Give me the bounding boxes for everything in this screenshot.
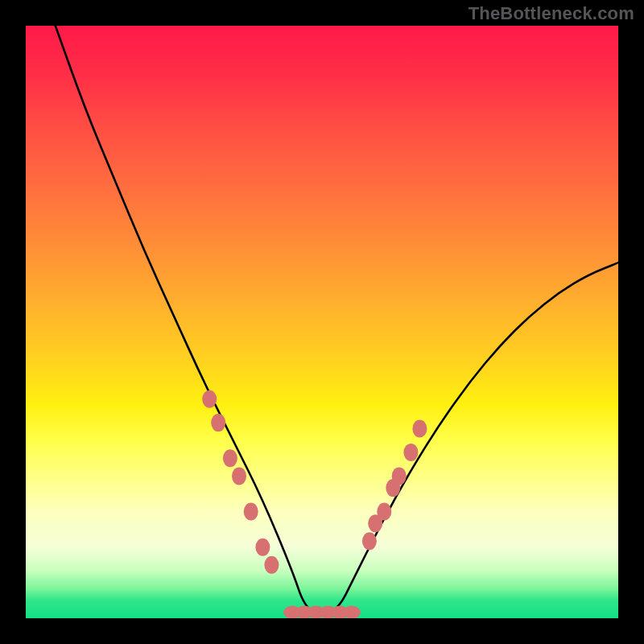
marker-dot xyxy=(343,606,361,618)
marker-dot xyxy=(255,539,270,556)
marker-dot xyxy=(264,556,279,574)
markers-bottom xyxy=(283,606,361,618)
marker-dot xyxy=(392,467,407,485)
bottleneck-curve xyxy=(56,26,618,615)
markers-right xyxy=(362,420,427,551)
watermark-text: TheBottleneck.com xyxy=(469,3,634,24)
chart-svg xyxy=(26,26,618,618)
marker-dot xyxy=(211,414,225,431)
markers-left xyxy=(202,390,279,574)
marker-dot xyxy=(362,532,377,550)
marker-dot xyxy=(412,420,427,438)
plot-area xyxy=(26,26,618,618)
marker-dot xyxy=(403,444,418,461)
marker-dot xyxy=(232,467,246,485)
marker-dot xyxy=(202,390,217,408)
marker-dot xyxy=(244,503,258,521)
marker-dot xyxy=(223,449,237,467)
marker-dot xyxy=(377,503,391,521)
chart-frame: TheBottleneck.com xyxy=(0,0,644,644)
